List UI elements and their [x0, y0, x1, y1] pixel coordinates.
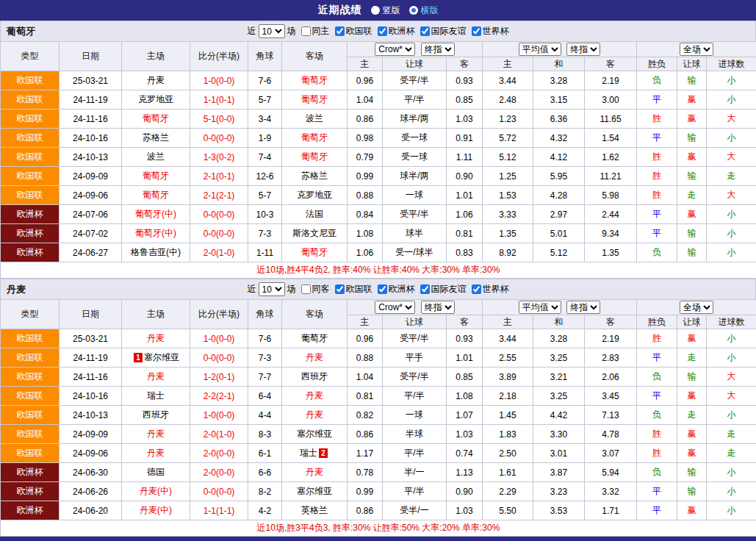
euro-draw-odds: 3.23 — [533, 482, 585, 501]
denmark-results-table: 类型 日期 主场 比分(半场) 角球 客场 Crow* 终指 平均值 终指 全场 — [0, 299, 756, 537]
col-res-ah: 让球 — [677, 315, 707, 329]
radio-icon — [409, 6, 418, 15]
final-odds-select[interactable]: 终指 — [421, 43, 455, 56]
league-checkbox-nations[interactable] — [335, 26, 345, 36]
odds-company-select[interactable]: Crow* — [375, 301, 415, 314]
near-label: 近 — [248, 283, 256, 295]
home-team-name: 丹麦 — [147, 371, 165, 381]
euro-draw-odds: 5.95 — [533, 167, 585, 186]
recent-count-select[interactable]: 10 — [259, 24, 285, 38]
euro-home-odds: 1.45 — [483, 406, 533, 425]
portugal-section-header: 葡萄牙 近 10 场 同主 欧国联 欧洲杯 国际友谊 世界杯 — [0, 21, 756, 41]
league-checkbox-euro[interactable] — [378, 284, 387, 294]
handicap-home-odds: 0.98 — [348, 129, 383, 148]
match-row: 欧国联 24-11-19 克罗地亚 1-1(0-1) 5-7 葡萄牙 1.04 … — [1, 90, 756, 110]
handicap-away-odds: 0.81 — [447, 224, 483, 243]
match-row: 欧洲杯 24-06-20 丹麦(中) 1-1(1-1) 4-2 英格兰 0.86… — [1, 501, 756, 520]
col-eu-home: 主 — [483, 57, 533, 71]
result-goals: 小 — [707, 501, 756, 520]
result-wdl: 胜 — [637, 167, 677, 186]
home-team-name: 葡萄牙 — [143, 171, 169, 181]
result-goals: 小 — [707, 463, 756, 482]
average-odds-select[interactable]: 平均值 — [519, 301, 561, 314]
handicap-away-odds: 0.83 — [447, 243, 483, 262]
away-team-cell: 葡萄牙 — [282, 90, 348, 110]
home-team-cell: 德国 — [122, 463, 190, 482]
home-team-cell: 西班牙 — [122, 406, 190, 425]
handicap-line: 平手 — [383, 348, 447, 368]
home-team-name: 葡萄牙 — [143, 190, 169, 200]
odds-company-select[interactable]: Crow* — [375, 43, 415, 56]
handicap-away-odds: 1.03 — [447, 425, 483, 444]
away-team-name: 克罗地亚 — [297, 190, 332, 200]
league-checkbox-euro[interactable] — [378, 26, 387, 36]
euro-home-odds: 1.25 — [483, 167, 533, 186]
handicap-home-odds: 0.81 — [348, 387, 383, 406]
col-type: 类型 — [1, 42, 60, 71]
result-handicap: 输 — [677, 463, 707, 482]
euro-away-odds: 3.45 — [585, 387, 637, 406]
games-label: 场 — [287, 25, 296, 37]
col-ah-away: 客 — [447, 315, 483, 329]
euro-away-odds: 2.44 — [585, 205, 637, 224]
match-row: 欧洲杯 24-07-02 葡萄牙(中) 0-0(0-0) 7-3 斯洛文尼亚 1… — [1, 224, 756, 243]
corner-cell: 4-2 — [248, 501, 282, 520]
euro-home-odds: 2.48 — [483, 90, 533, 110]
euro-away-odds: 2.19 — [585, 329, 637, 348]
home-team-name: 塞尔维亚 — [144, 352, 179, 362]
date-cell: 24-09-06 — [60, 186, 122, 205]
home-team-name: 葡萄牙(中) — [135, 228, 176, 238]
result-wdl: 胜 — [637, 186, 677, 205]
league-checkbox-worldcup[interactable] — [472, 26, 481, 36]
col-home: 主场 — [122, 42, 190, 71]
home-team-cell: 格鲁吉亚(中) — [122, 243, 190, 262]
handicap-line: 受平/半 — [383, 205, 447, 224]
same-away-checkbox[interactable] — [301, 284, 311, 294]
match-row: 欧国联 24-10-16 苏格兰 0-0(0-0) 1-9 葡萄牙 0.98 受… — [1, 129, 756, 148]
result-wdl: 平 — [637, 129, 677, 148]
result-wdl: 胜 — [637, 425, 677, 444]
home-team-cell: 葡萄牙(中) — [122, 224, 190, 243]
away-team-name: 西班牙 — [301, 371, 328, 381]
final-odds-select-2[interactable]: 终指 — [566, 43, 600, 56]
handicap-line: 受平/半 — [383, 329, 447, 348]
col-res-wdl: 胜负 — [637, 315, 677, 329]
recent-count-select[interactable]: 10 — [259, 282, 285, 296]
league-checkbox-friendly[interactable] — [420, 284, 430, 294]
league-checkbox-nations[interactable] — [335, 284, 345, 294]
home-team-name: 丹麦(中) — [140, 486, 172, 496]
handicap-line: 受一/球半 — [383, 243, 447, 262]
result-handicap: 走 — [677, 186, 707, 205]
average-odds-select[interactable]: 平均值 — [519, 43, 561, 56]
result-wdl: 负 — [637, 406, 677, 425]
final-odds-select[interactable]: 终指 — [421, 301, 455, 314]
away-team-name: 葡萄牙 — [301, 247, 328, 257]
europe-odds-group: 平均值 终指 — [483, 42, 637, 57]
final-odds-select-2[interactable]: 终指 — [566, 301, 600, 314]
col-res-ah: 让球 — [677, 57, 707, 71]
col-eu-home: 主 — [483, 315, 533, 329]
summary-text: 近10场,胜3平4负3, 胜率:30% 让胜率:50% 大率:20% 单率:30… — [1, 520, 756, 537]
league-type-cell: 欧国联 — [1, 387, 60, 406]
col-type: 类型 — [1, 300, 60, 329]
date-cell: 24-11-16 — [60, 368, 122, 387]
red-card-badge: 2 — [319, 448, 328, 458]
euro-home-odds: 3.44 — [483, 329, 533, 348]
result-goals: 大 — [707, 110, 756, 129]
handicap-line: 受一球 — [383, 129, 447, 148]
home-team-cell: 1塞尔维亚 — [122, 348, 190, 368]
euro-home-odds: 2.29 — [483, 482, 533, 501]
horizontal-layout-radio[interactable]: 横版 — [409, 4, 439, 17]
home-team-name: 瑞士 — [147, 390, 165, 401]
league-type-cell: 欧国联 — [1, 329, 60, 348]
vertical-layout-radio[interactable]: 竖版 — [371, 4, 400, 17]
same-home-checkbox[interactable] — [301, 26, 311, 36]
away-team-cell: 丹麦 — [282, 348, 348, 368]
col-eu-draw: 和 — [533, 315, 585, 329]
league-checkbox-friendly[interactable] — [420, 26, 430, 36]
euro-draw-odds: 4.42 — [533, 406, 585, 425]
league-checkbox-worldcup[interactable] — [472, 284, 481, 294]
away-team-cell: 葡萄牙 — [282, 129, 348, 148]
scope-select[interactable]: 全场 — [680, 43, 713, 56]
scope-select[interactable]: 全场 — [680, 301, 713, 314]
